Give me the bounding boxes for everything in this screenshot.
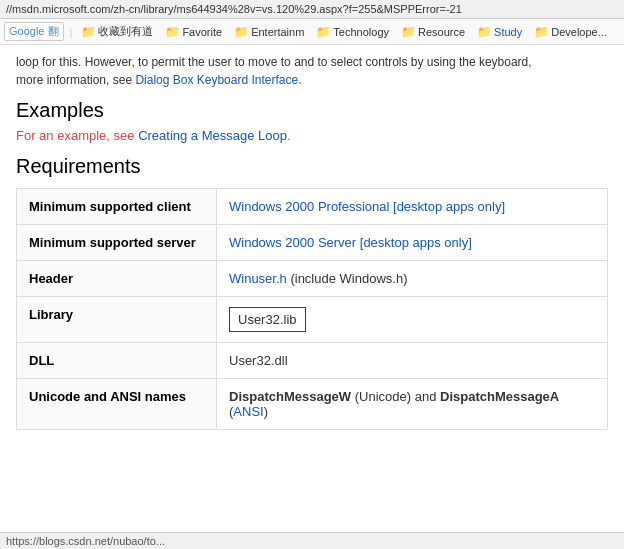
bookmark-study[interactable]: 📁 Study <box>474 24 525 40</box>
folder-icon: 📁 <box>81 25 96 39</box>
examples-title: Examples <box>16 99 608 122</box>
folder-icon: 📁 <box>401 25 416 39</box>
table-row: Minimum supported client Windows 2000 Pr… <box>17 189 608 225</box>
requirements-table: Minimum supported client Windows 2000 Pr… <box>16 188 608 430</box>
examples-suffix: . <box>287 128 291 143</box>
req-value: User32.dll <box>217 343 608 379</box>
ansi-link[interactable]: ANSI <box>233 404 263 419</box>
bookmark-label: Study <box>494 26 522 38</box>
creating-message-loop-link[interactable]: Creating a Message Loop <box>138 128 287 143</box>
req-label: DLL <box>17 343 217 379</box>
dialog-box-link[interactable]: Dialog Box Keyboard Interface <box>135 73 298 87</box>
table-row: Header Winuser.h (include Windows.h) <box>17 261 608 297</box>
bookmarks-bar: Google 翻 | 📁 收藏到有道 📁 Favorite 📁 Entertai… <box>0 19 624 45</box>
folder-icon: 📁 <box>477 25 492 39</box>
library-box: User32.lib <box>229 307 306 332</box>
bookmark-label: 收藏到有道 <box>98 24 153 39</box>
examples-prefix: For an example, see <box>16 128 138 143</box>
bookmark-label: Technology <box>333 26 389 38</box>
req-label: Minimum supported client <box>17 189 217 225</box>
bookmark-resource[interactable]: 📁 Resource <box>398 24 468 40</box>
req-label: Unicode and ANSI names <box>17 379 217 430</box>
bookmark-label: Entertainm <box>251 26 304 38</box>
req-value: DispatchMessageW (Unicode) and DispatchM… <box>217 379 608 430</box>
top-text: loop for this. However, to permit the us… <box>16 53 608 89</box>
req-value: Winuser.h (include Windows.h) <box>217 261 608 297</box>
examples-text: For an example, see Creating a Message L… <box>16 128 608 143</box>
folder-icon: 📁 <box>316 25 331 39</box>
bookmark-label: Resource <box>418 26 465 38</box>
winuser-link[interactable]: Winuser.h <box>229 271 287 286</box>
table-row: Library User32.lib <box>17 297 608 343</box>
bookmark-label: Favorite <box>182 26 222 38</box>
req-value: User32.lib <box>217 297 608 343</box>
bookmark-technology[interactable]: 📁 Technology <box>313 24 392 40</box>
req-label: Header <box>17 261 217 297</box>
req-label: Library <box>17 297 217 343</box>
address-bar[interactable]: //msdn.microsoft.com/zh-cn/library/ms644… <box>0 0 624 19</box>
bookmark-label: Develope... <box>551 26 607 38</box>
url-text: //msdn.microsoft.com/zh-cn/library/ms644… <box>6 3 462 15</box>
table-row: DLL User32.dll <box>17 343 608 379</box>
requirements-title: Requirements <box>16 155 608 178</box>
top-text-1: loop for this. However, to permit the us… <box>16 55 532 69</box>
req-value: Windows 2000 Professional [desktop apps … <box>217 189 608 225</box>
dispatch-unicode: DispatchMessageW <box>229 389 351 404</box>
bookmark-collections[interactable]: 📁 收藏到有道 <box>78 23 156 40</box>
bookmark-separator: | <box>70 26 73 38</box>
dispatch-ansi: DispatchMessageA <box>440 389 559 404</box>
bookmark-entertainment[interactable]: 📁 Entertainm <box>231 24 307 40</box>
folder-icon: 📁 <box>234 25 249 39</box>
bookmark-favorite[interactable]: 📁 Favorite <box>162 24 225 40</box>
page-content: loop for this. However, to permit the us… <box>0 45 624 446</box>
folder-icon: 📁 <box>534 25 549 39</box>
req-label: Minimum supported server <box>17 225 217 261</box>
google-translate-btn[interactable]: Google 翻 <box>4 22 64 41</box>
folder-icon: 📁 <box>165 25 180 39</box>
bookmark-developer[interactable]: 📁 Develope... <box>531 24 610 40</box>
top-text-2: more information, see <box>16 73 135 87</box>
req-value: Windows 2000 Server [desktop apps only] <box>217 225 608 261</box>
table-row: Minimum supported server Windows 2000 Se… <box>17 225 608 261</box>
table-row: Unicode and ANSI names DispatchMessageW … <box>17 379 608 430</box>
